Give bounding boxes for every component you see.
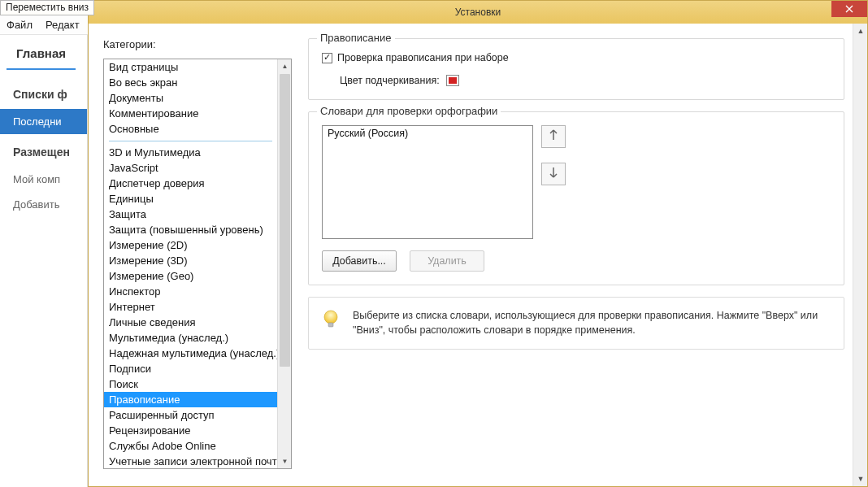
move-down-button[interactable]: [541, 163, 566, 185]
categories-listbox[interactable]: Вид страницыВо весь экранДокументыКоммен…: [103, 59, 292, 469]
scroll-down-icon[interactable]: ▼: [278, 454, 292, 468]
category-item[interactable]: Рецензирование: [104, 423, 277, 438]
menu-edit[interactable]: Редакт: [46, 19, 80, 31]
arrow-up-icon: [549, 129, 558, 144]
dictionaries-group: Словари для проверки орфографии Русский …: [308, 111, 844, 285]
spelling-group-title: Правописание: [317, 32, 395, 44]
close-icon: [845, 3, 853, 15]
sidebar-section-location: Размещен: [0, 134, 87, 167]
tooltip-move-down: Переместить вниз: [0, 0, 94, 15]
category-item[interactable]: Документы: [104, 90, 277, 106]
category-item[interactable]: Измерение (Geo): [104, 268, 277, 284]
category-item[interactable]: Инспектор: [104, 284, 277, 299]
hint-box: Выберите из списка словари, использующие…: [308, 297, 844, 350]
lightbulb-icon: [320, 309, 341, 330]
sidebar-item-add[interactable]: Добавить: [0, 192, 87, 217]
menu-file[interactable]: Файл: [7, 19, 33, 31]
close-button[interactable]: [831, 1, 867, 17]
category-item[interactable]: Защита: [104, 207, 277, 222]
category-separator: [109, 141, 272, 141]
category-item[interactable]: Поиск: [104, 376, 277, 392]
check-spelling-label: Проверка правописания при наборе: [337, 52, 509, 63]
category-item[interactable]: Мультимедиа (унаслед.): [104, 330, 277, 346]
move-up-button[interactable]: [541, 125, 566, 148]
app-sidebar: Главная Списки ф Последни Размещен Мой к…: [0, 35, 88, 487]
category-item[interactable]: Надежная мультимедиа (унаслед.): [104, 346, 277, 361]
category-item[interactable]: JavaScript: [104, 160, 277, 176]
dialog-titlebar[interactable]: Установки: [89, 1, 867, 24]
spelling-group: Правописание Проверка правописания при н…: [308, 38, 844, 100]
category-item[interactable]: Измерение (2D): [104, 237, 277, 253]
category-item[interactable]: Измерение (3D): [104, 253, 277, 268]
preferences-dialog: Установки Категории: Вид страницыВо весь…: [88, 0, 868, 487]
dialog-scrollbar[interactable]: ▲ ▼: [853, 24, 867, 486]
category-item[interactable]: Правописание: [104, 392, 277, 407]
dictionary-item[interactable]: Русский (Россия): [326, 127, 529, 140]
tab-main[interactable]: Главная: [7, 35, 76, 70]
categories-scrollbar[interactable]: ▲ ▼: [277, 59, 291, 468]
category-item[interactable]: Учетные записи электронной почты: [104, 454, 277, 468]
category-item[interactable]: Вид страницы: [104, 59, 277, 75]
svg-rect-1: [328, 323, 333, 327]
dialog-scroll-up-icon[interactable]: ▲: [853, 24, 868, 38]
category-item[interactable]: Основные: [104, 121, 277, 137]
dictionaries-listbox[interactable]: Русский (Россия): [322, 125, 533, 239]
category-item[interactable]: Личные сведения: [104, 315, 277, 330]
category-item[interactable]: 3D и Мультимедиа: [104, 145, 277, 160]
dialog-scroll-down-icon[interactable]: ▼: [853, 472, 868, 486]
sidebar-section-filelists: Списки ф: [0, 76, 87, 109]
category-item[interactable]: Диспетчер доверия: [104, 176, 277, 191]
category-item[interactable]: Единицы: [104, 191, 277, 207]
category-item[interactable]: Комментирование: [104, 106, 277, 121]
underline-color-row: Цвет подчеркивания:: [322, 75, 831, 86]
dialog-title: Установки: [455, 7, 501, 18]
category-item[interactable]: Во весь экран: [104, 75, 277, 90]
category-item[interactable]: Подписи: [104, 361, 277, 376]
categories-label: Категории:: [103, 38, 292, 50]
color-preview: [449, 77, 457, 84]
underline-color-label: Цвет подчеркивания:: [340, 75, 440, 86]
add-dictionary-button[interactable]: Добавить...: [322, 250, 397, 272]
check-spelling-checkbox[interactable]: [322, 53, 332, 63]
sidebar-item-recent[interactable]: Последни: [0, 109, 87, 134]
scroll-up-icon[interactable]: ▲: [278, 59, 292, 73]
check-spelling-row: Проверка правописания при наборе: [322, 52, 831, 63]
svg-point-0: [324, 311, 337, 324]
category-item[interactable]: Службы Adobe Online: [104, 438, 277, 454]
underline-color-swatch[interactable]: [446, 75, 459, 86]
category-item[interactable]: Защита (повышенный уровень): [104, 222, 277, 237]
hint-text: Выберите из списка словари, использующие…: [353, 309, 832, 337]
scroll-thumb[interactable]: [280, 74, 290, 367]
category-item[interactable]: Интернет: [104, 299, 277, 315]
categories-pane: Категории: Вид страницыВо весь экранДоку…: [89, 24, 300, 486]
sidebar-item-mycomputer[interactable]: Мой комп: [0, 167, 87, 192]
settings-content: Правописание Проверка правописания при н…: [300, 24, 853, 486]
remove-dictionary-button: Удалить: [410, 250, 484, 272]
category-item[interactable]: Расширенный доступ: [104, 407, 277, 423]
arrow-down-icon: [549, 167, 558, 181]
dictionaries-group-title: Словари для проверки орфографии: [317, 105, 501, 117]
